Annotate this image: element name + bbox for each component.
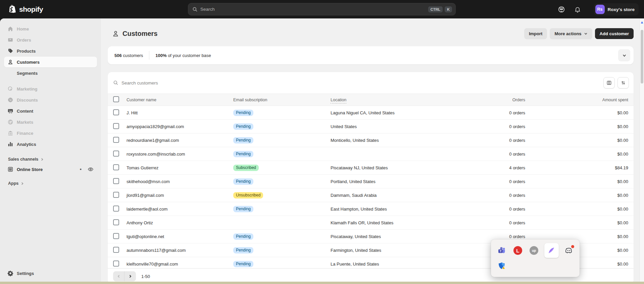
customer-name: Tomas Gutierrez (127, 165, 233, 170)
select-all-checkbox[interactable] (113, 96, 119, 102)
table-row[interactable]: laidemertle@aol.comPendingEast Hampton, … (108, 202, 634, 216)
customer-orders: 0 orders (474, 124, 525, 129)
column-header-location[interactable]: Location (331, 98, 474, 102)
sidekick-button[interactable] (556, 4, 567, 15)
row-checkbox[interactable] (113, 206, 119, 212)
sidebar-item-analytics[interactable]: Analytics (4, 139, 97, 150)
column-header-amount-spent[interactable]: Amount spent (525, 98, 628, 102)
add-customer-button[interactable]: Add customer (595, 28, 634, 39)
teams-tray-button[interactable]: T (496, 244, 507, 257)
email-subscription-badge: Pending (233, 261, 253, 267)
red-l-tray-button[interactable]: L (512, 244, 524, 257)
search-placeholder: Search (200, 7, 426, 12)
email-subscription-cell: Pending (233, 137, 331, 144)
row-checkbox[interactable] (113, 178, 119, 184)
sales-channels-header[interactable]: Sales channels (8, 157, 97, 162)
finance-bank-icon (7, 130, 13, 136)
table-row[interactable]: jlord91@gmail.comUnsubscribedDammam, Sau… (108, 188, 634, 202)
row-checkbox[interactable] (113, 137, 119, 143)
customer-location: Laguna Niguel CA, United States (331, 110, 474, 115)
location-header-label[interactable]: Location (331, 98, 346, 104)
previous-page-button[interactable] (113, 271, 125, 281)
table-row[interactable]: Anthony OrtizKlamath Falls OR, United St… (108, 216, 634, 230)
page-title-text: Customers (122, 30, 157, 38)
eye-icon[interactable] (88, 166, 94, 172)
apps-header[interactable]: Apps (8, 181, 97, 186)
shopify-logo[interactable]: shopify (9, 0, 43, 18)
table-row[interactable]: Tomas GutierrezSubscribedPiscataway NJ, … (108, 161, 634, 175)
discord-tray-button[interactable] (563, 244, 575, 257)
customer-location: Portland, United States (331, 179, 474, 184)
customer-location: Dammam, Saudi Arabia (331, 193, 474, 198)
sidebar-item-orders[interactable]: Orders (4, 35, 97, 45)
row-checkbox[interactable] (113, 247, 119, 253)
customer-location: Monticello, United States (331, 138, 474, 143)
analytics-bars-icon (7, 141, 13, 147)
customer-orders: 4 orders (474, 165, 525, 170)
sidebar-item-segments[interactable]: Segments (4, 68, 97, 78)
defender-tray-button[interactable]: ! (496, 260, 508, 272)
feather-tray-button[interactable] (544, 243, 559, 258)
customer-amount: $0.00 (525, 138, 628, 143)
sidebar-item-home[interactable]: Home (4, 23, 97, 34)
sidebar-item-label: Segments (17, 71, 38, 76)
store-profile-button[interactable]: Rs Roxy's store (594, 3, 639, 15)
sidebar-item-markets[interactable]: $ Markets (4, 117, 97, 127)
sidebar-item-discounts[interactable]: Discounts (4, 95, 97, 105)
edit-columns-button[interactable] (603, 77, 615, 89)
shopify-wordmark: shopify (19, 5, 43, 13)
table-row[interactable]: amyoppacia1829@gmail.comPendingUnited St… (108, 120, 634, 133)
row-checkbox[interactable] (113, 151, 119, 157)
chevron-right-icon (40, 158, 44, 161)
row-checkbox[interactable] (113, 123, 119, 129)
online-store-label: Online Store (17, 167, 43, 172)
customer-name: tguti@optonline.net (127, 234, 233, 239)
summary-collapse-button[interactable] (618, 49, 630, 61)
column-header-customer-name[interactable]: Customer name (127, 98, 233, 102)
next-page-button[interactable] (125, 271, 136, 281)
more-actions-button[interactable]: More actions (550, 28, 592, 39)
vertical-scrollbar[interactable]: ▲ (639, 18, 644, 284)
table-row[interactable]: roxysstore.com@inscrlab.comPending0 orde… (108, 147, 634, 161)
table-row[interactable]: J. HittPendingLaguna Niguel CA, United S… (108, 106, 634, 120)
row-checkbox[interactable] (113, 233, 119, 239)
global-search-input[interactable]: Search CTRL K (188, 3, 456, 15)
sidebar-item-label: Orders (17, 38, 31, 43)
sort-button[interactable] (617, 77, 629, 89)
column-header-email-subscription[interactable]: Email subscription (233, 98, 331, 102)
customer-name: roxysstore.com@inscrlab.com (127, 152, 233, 157)
orders-icon (7, 37, 13, 43)
customer-name: laidemertle@aol.com (127, 207, 233, 212)
sidebar-item-products[interactable]: Products (4, 46, 97, 56)
notifications-button[interactable] (572, 4, 583, 15)
sidebar-item-finance[interactable]: Finance (4, 128, 97, 138)
desktop-edge-strip (0, 282, 644, 284)
import-button[interactable]: Import (524, 28, 547, 39)
scrollbar-up-arrow[interactable]: ▲ (640, 20, 644, 24)
row-checkbox[interactable] (113, 164, 119, 170)
row-checkbox[interactable] (113, 219, 119, 225)
upwork-tray-button[interactable]: up (528, 244, 540, 257)
scrollbar-thumb[interactable] (641, 30, 643, 83)
row-checkbox[interactable] (113, 261, 119, 267)
email-subscription-badge: Pending (233, 233, 253, 240)
search-customers-input[interactable]: Search customers (113, 80, 601, 86)
store-name: Roxy's store (608, 7, 635, 12)
sidebar-item-label: Marketing (17, 87, 37, 92)
sidebar-item-marketing[interactable]: Marketing (4, 83, 97, 94)
table-row[interactable]: rednourdiane1@gmail.comPendingMonticello… (108, 133, 634, 147)
gear-icon (7, 270, 13, 276)
sidebar-item-content[interactable]: Content (4, 106, 97, 116)
customer-location: Piscataway, United States (331, 234, 474, 239)
sidebar-item-customers[interactable]: Customers (4, 57, 97, 67)
sidebar-item-online-store[interactable]: Online Store • (4, 164, 97, 175)
chevron-right-icon (128, 274, 132, 278)
column-header-orders[interactable]: Orders (474, 98, 525, 102)
sidebar-item-settings[interactable]: Settings (4, 268, 97, 279)
row-checkbox[interactable] (113, 109, 119, 115)
customer-base-stat: 100% of your customer base (155, 53, 211, 58)
home-icon (7, 26, 13, 32)
table-row[interactable]: skithehood@msn.comPendingPortland, Unite… (108, 175, 634, 188)
sidekick-icon (558, 6, 565, 13)
row-checkbox[interactable] (113, 192, 119, 198)
